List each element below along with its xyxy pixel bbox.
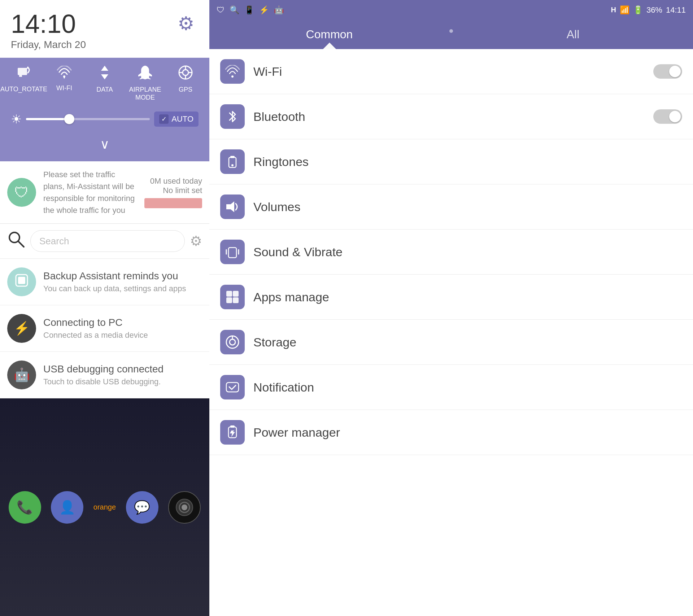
dock-phone[interactable]: 📞: [9, 491, 41, 524]
messages-icon[interactable]: 💬: [126, 491, 158, 524]
airplane-icon: [138, 65, 153, 84]
storage-setting-label: Storage: [253, 335, 682, 349]
tab-all[interactable]: All: [453, 20, 693, 49]
wifi-icon: [57, 65, 72, 82]
phone-icon[interactable]: 📞: [9, 491, 41, 524]
traffic-info: 0M used today No limit set: [144, 176, 202, 208]
bluetooth-setting-label: Bluetooth: [253, 110, 645, 124]
brightness-row: ☀ ✓ AUTO: [4, 105, 206, 133]
dock-messages[interactable]: 💬: [126, 491, 158, 524]
usb-content: USB debugging connected Touch to disable…: [43, 363, 164, 386]
gps-icon: [178, 65, 193, 84]
backup-title: Backup Assistant reminds you: [43, 270, 186, 282]
tab-separator-dot: [449, 29, 453, 33]
toggle-gps-label: GPS: [179, 86, 192, 94]
brightness-fill: [26, 118, 69, 120]
tab-all-label: All: [567, 28, 580, 41]
tab-common[interactable]: Common: [209, 20, 449, 49]
backup-icon-circle: [7, 267, 36, 296]
settings-item-ringtones[interactable]: Ringtones: [209, 139, 693, 184]
dock-camera[interactable]: [168, 491, 201, 524]
svg-rect-1: [19, 75, 22, 77]
settings-item-volumes[interactable]: Volumes: [209, 184, 693, 230]
notification-backup[interactable]: Backup Assistant reminds you You can bac…: [0, 259, 209, 305]
dock-orange-label: orange: [93, 503, 116, 511]
shield-button[interactable]: 🛡: [7, 178, 36, 207]
search-input[interactable]: Search: [30, 230, 185, 252]
search-placeholder: Search: [39, 236, 69, 247]
auto-brightness-toggle[interactable]: ✓ AUTO: [154, 112, 199, 127]
pc-subtitle: Connected as a media device: [43, 331, 148, 340]
quick-toggles-panel: AUTO_ROTATE WI-FI: [0, 58, 209, 161]
svg-line-13: [18, 241, 24, 247]
expand-button[interactable]: ∨: [4, 133, 206, 158]
signal-h-icon: H: [611, 6, 616, 14]
toggle-auto-rotate[interactable]: AUTO_ROTATE: [6, 65, 42, 101]
toggle-wifi-label: WI-FI: [56, 84, 72, 92]
toggle-wifi[interactable]: WI-FI: [46, 65, 82, 101]
contacts-icon[interactable]: 👤: [51, 491, 83, 524]
auto-rotate-icon: [16, 65, 31, 83]
search-row: Search ⚙: [0, 224, 209, 259]
shield-icon: 🛡: [14, 184, 29, 201]
auto-check-icon: ✓: [159, 114, 169, 124]
toggle-airplane-label: AIRPLANE MODE: [127, 86, 163, 101]
svg-rect-27: [226, 291, 232, 297]
toggle-data[interactable]: DATA: [87, 65, 123, 101]
toggle-gps[interactable]: GPS: [167, 65, 204, 101]
settings-item-notification[interactable]: Notification: [209, 365, 693, 410]
date-display: Friday, March 20: [11, 39, 86, 51]
settings-item-wifi[interactable]: Wi-Fi: [209, 49, 693, 94]
svg-point-19: [231, 75, 234, 78]
signal-bars-icon: 📶: [620, 5, 629, 15]
camera-icon[interactable]: [168, 491, 201, 524]
settings-item-sound-vibrate[interactable]: Sound & Vibrate: [209, 230, 693, 275]
tab-common-label: Common: [306, 28, 353, 41]
brightness-slider[interactable]: [26, 118, 150, 120]
volumes-setting-label: Volumes: [253, 200, 682, 214]
settings-list: Wi-Fi Bluetooth: [209, 49, 693, 616]
apps-manage-setting-label: Apps manage: [253, 290, 682, 304]
toggle-data-label: DATA: [96, 86, 113, 94]
svg-marker-4: [101, 66, 108, 71]
search-settings-icon[interactable]: ⚙: [190, 233, 202, 249]
search-icon: [7, 230, 25, 252]
right-clock: 14:11: [666, 5, 686, 15]
usb-icon: ⚡: [14, 321, 30, 336]
backup-subtitle: You can back up data, settings and apps: [43, 284, 186, 293]
svg-rect-15: [18, 277, 25, 284]
toggle-auto-rotate-label: AUTO_ROTATE: [0, 86, 47, 93]
brightness-thumb: [64, 114, 74, 124]
settings-item-storage[interactable]: Storage: [209, 320, 693, 365]
settings-button[interactable]: ⚙: [173, 11, 199, 36]
time-block: 14:10 Friday, March 20: [11, 11, 86, 51]
svg-rect-24: [228, 248, 236, 258]
bluetooth-toggle[interactable]: [653, 109, 682, 124]
battery-icon: 🔋: [633, 5, 643, 15]
bluetooth-setting-icon-circle: [220, 104, 245, 129]
notification-setting-label: Notification: [253, 380, 682, 394]
right-status-bar: 🛡 🔍 📱 ⚡ 🤖 H 📶 🔋 36% 14:11: [209, 0, 693, 20]
android-status-icon: 🤖: [274, 5, 284, 15]
traffic-message: Please set the traffic plans, Mi-Assista…: [43, 169, 137, 216]
backup-content: Backup Assistant reminds you You can bac…: [43, 270, 186, 293]
svg-point-32: [230, 339, 235, 345]
wifi-toggle[interactable]: [653, 64, 682, 79]
toggle-airplane[interactable]: AIRPLANE MODE: [127, 65, 163, 101]
dock-contacts[interactable]: 👤: [51, 491, 83, 524]
volumes-icon-circle: [220, 195, 245, 219]
power-manager-setting-label: Power manager: [253, 425, 682, 440]
backup-icon: [14, 272, 30, 292]
notification-usb[interactable]: 🤖 USB debugging connected Touch to disab…: [0, 352, 209, 398]
android-icon: 🤖: [14, 367, 30, 383]
bottom-dock: 📞 👤 orange 💬: [0, 398, 209, 616]
settings-item-bluetooth[interactable]: Bluetooth: [209, 94, 693, 139]
settings-item-apps-manage[interactable]: Apps manage: [209, 275, 693, 320]
wifi-setting-label: Wi-Fi: [253, 65, 645, 79]
notification-pc[interactable]: ⚡ Connecting to PC Connected as a media …: [0, 305, 209, 352]
usb-subtitle: Touch to disable USB debugging.: [43, 377, 164, 386]
status-icons-right: H 📶 🔋 36% 14:11: [611, 5, 686, 15]
settings-item-power-manager[interactable]: Power manager: [209, 410, 693, 455]
status-icons-left: 🛡 🔍 📱 ⚡ 🤖: [217, 5, 284, 15]
usb-status-icon: ⚡: [259, 5, 269, 15]
